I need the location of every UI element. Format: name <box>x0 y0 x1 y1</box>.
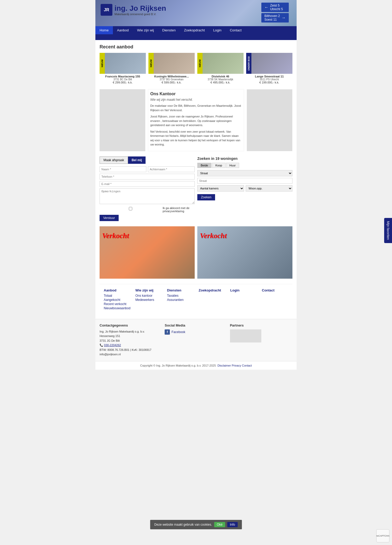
footer-col-wie-zijn-wij: Wie zijn wij Ons kantoor Medewerkers <box>135 288 162 311</box>
nav-diensten[interactable]: Diensten <box>158 26 180 34</box>
tab-beide[interactable]: Beide <box>197 163 211 168</box>
footer-link-medewerkers[interactable]: Medewerkers <box>135 298 162 302</box>
footer-col-diensten: Diensten Taxaties Assurantien <box>167 288 193 311</box>
telefoon-input[interactable] <box>100 174 195 179</box>
verkocht-section: Verkocht Verkocht <box>100 226 292 279</box>
sign-zeist: ← Zeist 5Utrecht 5 <box>261 3 289 12</box>
arrow-right-icon: → <box>281 15 286 20</box>
footer-contact: Contactgegevens Ing. Jo Rijksen Makelaar… <box>100 323 162 357</box>
arrow-left-icon: ← <box>264 5 269 10</box>
disclaimer-link[interactable]: Disclaimer <box>217 364 231 367</box>
email-input[interactable] <box>100 181 195 187</box>
nav-aanbod[interactable]: Aanbod <box>113 26 133 34</box>
office-desc-1: De makelaar voor De Bilt, Bilthoven, Gro… <box>150 104 242 112</box>
property-image-1: NIEUW <box>100 53 146 74</box>
search-wrap: Zoeken in 19 woningen Beide Koop Huur St… <box>197 156 292 221</box>
footer-contact-city: 3731 JG De Bilt <box>100 339 162 343</box>
footer-social-heading: Social Media <box>165 323 227 327</box>
office-image-left <box>100 89 145 151</box>
property-location-2: 3737 BG Groenekan <box>148 78 195 81</box>
footer-link-assurantien[interactable]: Assurantien <box>167 298 193 302</box>
footer-heading-login: Login <box>230 288 257 292</box>
property-image-4: ONDER BOD <box>246 53 292 74</box>
property-location-4: 3511 PS Utrecht <box>246 78 292 81</box>
privacy-link[interactable]: Privacy <box>232 364 241 367</box>
office-subtitle: Wie wij zijn maakt het verschil. <box>150 98 242 102</box>
footer-col-login: Login <box>230 288 257 311</box>
footer-col-contact: Contact <box>262 288 288 311</box>
footer-partners-heading: Partners <box>230 323 292 327</box>
contact-link[interactable]: Contact <box>242 364 252 367</box>
footer-link-aangekocht[interactable]: Aangekocht <box>104 298 130 302</box>
favoriten-sidebar[interactable]: Mijn favoriten <box>384 218 392 243</box>
footer-heading-aanbod: Aanbod <box>104 288 130 292</box>
recent-aanbod-title: Recent aanbod <box>100 44 292 50</box>
property-card-4[interactable]: ONDER BOD Lange Smeestraat 11 3511 PS Ut… <box>246 53 292 84</box>
opmerkingen-input[interactable] <box>100 188 195 204</box>
badge-nieuw-1: NIEUW <box>100 53 105 74</box>
naam-input[interactable] <box>100 166 146 172</box>
property-name-1: Francois Mauriacweg 155 <box>100 75 146 78</box>
logo-text: ing. Jo Rijksen <box>114 4 166 13</box>
footer-heading-diensten: Diensten <box>167 288 193 292</box>
property-location-1: 3731 BC De Bilt <box>100 78 146 81</box>
nav-wie-zijn-wij[interactable]: Wie zijn wij <box>133 26 158 34</box>
contact-form-wrap: Maak afspraak Bel mij Ik ga akkoord met … <box>100 156 195 221</box>
straat-input[interactable] <box>197 178 292 184</box>
contact-form: Ik ga akkoord met de privacyverklaring V… <box>100 166 195 221</box>
facebook-link[interactable]: f Facebook <box>165 329 227 335</box>
footer-link-ons-kantoor[interactable]: Ons kantoor <box>135 294 162 297</box>
office-desc-3: Nel Verkroost, beschikt over een zeer gr… <box>150 130 242 147</box>
zoeken-button[interactable]: Zoeken <box>197 194 215 200</box>
footer-link-recent-verkocht[interactable]: Recent verkocht <box>104 302 130 306</box>
footer-contact-address: Hessenweg 151 <box>100 334 162 339</box>
verkocht-card-2[interactable]: Verkocht <box>197 226 292 279</box>
bel-mij-button[interactable]: Bel mij <box>128 156 146 164</box>
property-card-3[interactable]: NIEUW Distelvink 46 3738 SK Maartensdijk… <box>197 53 244 84</box>
facebook-label: Facebook <box>171 330 185 334</box>
footer-link-taxaties[interactable]: Taxaties <box>167 294 193 297</box>
nav-zoekopdracht[interactable]: Zoekopdracht <box>180 26 209 34</box>
copyright-text: Copyright © Ing. Jo Rijksen Makelaardij … <box>140 364 216 367</box>
straat-select[interactable]: Straat <box>197 170 292 176</box>
nav-login[interactable]: Login <box>209 26 226 34</box>
property-location-3: 3738 SK Maartensdijk <box>197 78 244 81</box>
property-image-3: NIEUW <box>197 53 244 74</box>
logo-sub: Makelaardij onroerend goed B.V. <box>114 13 166 16</box>
verstuur-button[interactable]: Verstuur <box>100 215 119 221</box>
badge-nieuw-2: NIEUW <box>148 53 154 74</box>
woon-opp-select[interactable]: Woon.opp. <box>246 185 292 192</box>
partners-image <box>230 329 261 342</box>
property-card-1[interactable]: NIEUW Francois Mauriacweg 155 3731 BC De… <box>100 53 146 84</box>
search-tabs: Beide Koop Huur <box>197 163 292 168</box>
maak-afspraak-button[interactable]: Maak afspraak <box>100 156 128 164</box>
verkocht-card-1[interactable]: Verkocht <box>100 226 195 279</box>
tab-koop[interactable]: Koop <box>212 163 226 168</box>
privacy-checkbox[interactable] <box>100 207 162 210</box>
search-row: Aantal kamers Woon.opp. <box>197 185 292 193</box>
verkocht-label-1: Verkocht <box>102 232 129 240</box>
footer-link-nieuwbouw[interactable]: Nieuwbouwaanbod <box>104 306 130 310</box>
footer-col-zoekopdracht: Zoekopdracht <box>199 288 225 311</box>
search-form: Straat Aantal kamers Woon.opp. Zoeken <box>197 170 292 200</box>
footer-bottom: Contactgegevens Ing. Jo Rijksen Makelaar… <box>95 319 297 361</box>
logo: JR ing. Jo Rijksen Makelaardij onroerend… <box>101 4 166 16</box>
footer-partners: Partners <box>230 323 292 357</box>
tab-huur[interactable]: Huur <box>226 163 239 168</box>
footer-heading-contact: Contact <box>262 288 288 292</box>
property-card-2[interactable]: NIEUW Koningin Wilhelminawe... 3737 BG G… <box>148 53 195 84</box>
nav-home[interactable]: Home <box>95 26 113 34</box>
blue-banner <box>95 34 297 40</box>
footer-phone-link[interactable]: 030-2204262 <box>104 344 121 347</box>
footer-contact-phone: 📞 030-2204262 <box>100 343 162 348</box>
footer-link-totaal[interactable]: Totaal <box>104 294 130 297</box>
property-price-1: € 299.000,- k.k. <box>100 81 146 84</box>
achternaam-input[interactable] <box>148 166 195 172</box>
footer-contact-company: Ing. Jo Rijksen Makelaardij o.g. b.v. <box>100 329 162 334</box>
aantal-kamers-select[interactable]: Aantal kamers <box>197 185 244 192</box>
office-section: Ons Kantoor Wie wij zijn maakt het versc… <box>100 89 292 151</box>
footer-col-aanbod: Aanbod Totaal Aangekocht Recent verkocht… <box>104 288 130 311</box>
facebook-icon: f <box>165 329 170 335</box>
nav-contact[interactable]: Contact <box>226 26 246 34</box>
property-name-4: Lange Smeestraat 11 <box>246 75 292 78</box>
